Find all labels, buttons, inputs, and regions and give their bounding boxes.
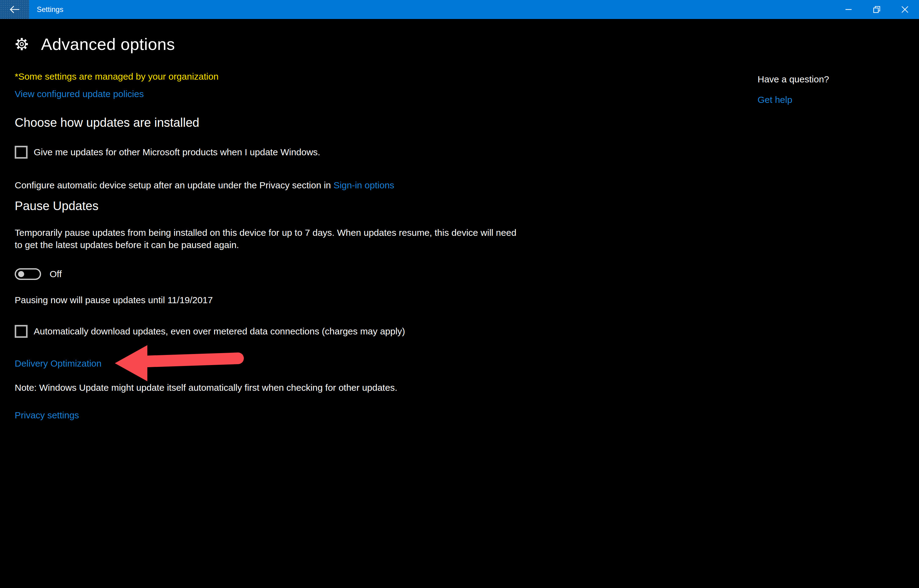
pause-until-text: Pausing now will pause updates until 11/… xyxy=(15,294,213,306)
annotation-arrow xyxy=(110,341,250,386)
install-section-heading: Choose how updates are installed xyxy=(15,116,199,129)
metered-checkbox-row: Automatically download updates, even ove… xyxy=(15,325,405,338)
page-title: Advanced options xyxy=(41,35,175,53)
settings-window: Settings xyxy=(0,0,919,588)
privacy-settings-link-row: Privacy settings xyxy=(15,409,79,421)
pause-section-heading: Pause Updates xyxy=(15,199,99,213)
pause-toggle-knob xyxy=(18,271,24,277)
delivery-optimization-link[interactable]: Delivery Optimization xyxy=(15,358,102,368)
sign-in-options-link[interactable]: Sign-in options xyxy=(334,180,394,190)
get-help-link-row: Get help xyxy=(757,95,792,105)
restore-button[interactable] xyxy=(862,0,891,19)
titlebar: Settings xyxy=(0,0,919,19)
ms-products-checkbox-label: Give me updates for other Microsoft prod… xyxy=(34,146,320,158)
close-icon xyxy=(901,6,909,13)
privacy-settings-link[interactable]: Privacy settings xyxy=(15,410,79,420)
page-header: Advanced options xyxy=(15,34,175,55)
get-help-link[interactable]: Get help xyxy=(757,95,792,105)
metered-checkbox-label: Automatically download updates, even ove… xyxy=(34,326,405,337)
pause-toggle-state-label: Off xyxy=(50,268,61,280)
app-title: Settings xyxy=(37,0,63,19)
configure-setup-prefix: Configure automatic device setup after a… xyxy=(15,180,334,190)
windows-update-note: Note: Windows Update might update itself… xyxy=(15,382,397,394)
pause-toggle-row: Off xyxy=(15,268,61,280)
minimize-icon xyxy=(845,6,852,13)
configure-setup-text: Configure automatic device setup after a… xyxy=(15,179,394,191)
delivery-optimization-link-row: Delivery Optimization xyxy=(15,358,102,369)
pause-description: Temporarily pause updates from being ins… xyxy=(15,227,517,251)
back-button[interactable] xyxy=(0,0,29,19)
view-policies-link-row: View configured update policies xyxy=(15,88,144,100)
managed-notice: *Some settings are managed by your organ… xyxy=(15,71,218,82)
gear-icon xyxy=(15,37,29,51)
have-a-question-label: Have a question? xyxy=(757,74,829,84)
back-arrow-icon xyxy=(9,5,20,14)
ms-products-checkbox[interactable] xyxy=(15,146,27,158)
minimize-button[interactable] xyxy=(835,0,862,19)
pause-toggle[interactable] xyxy=(15,268,41,280)
metered-checkbox[interactable] xyxy=(15,325,27,338)
view-configured-update-policies-link[interactable]: View configured update policies xyxy=(15,89,144,99)
ms-products-checkbox-row: Give me updates for other Microsoft prod… xyxy=(15,146,320,158)
restore-icon xyxy=(873,5,881,13)
close-button[interactable] xyxy=(891,0,919,19)
window-controls xyxy=(835,0,919,19)
